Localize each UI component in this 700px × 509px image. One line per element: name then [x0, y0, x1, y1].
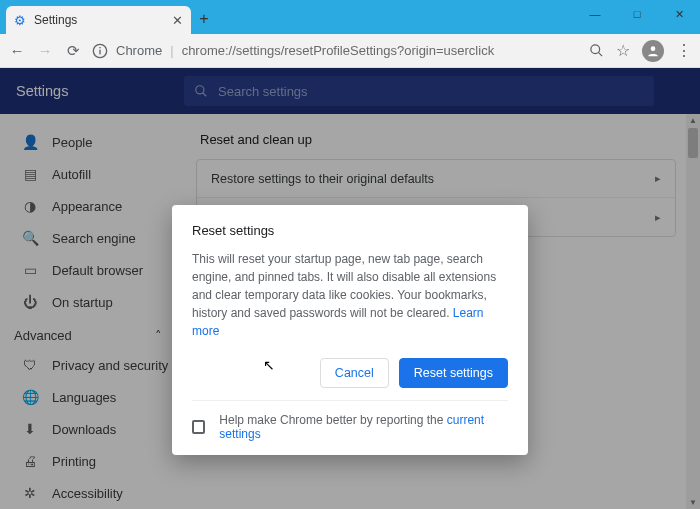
reset-settings-button[interactable]: Reset settings — [399, 358, 508, 388]
tab-close-icon[interactable]: ✕ — [172, 13, 183, 28]
svg-point-5 — [651, 46, 656, 51]
new-tab-button[interactable]: + — [191, 6, 217, 32]
back-button[interactable]: ← — [8, 42, 26, 59]
browser-tab[interactable]: ⚙ Settings ✕ — [6, 6, 191, 34]
address-bar[interactable]: Chrome | chrome://settings/resetProfileS… — [92, 38, 579, 64]
search-omnibox-icon[interactable] — [589, 43, 604, 58]
minimize-button[interactable]: — — [574, 0, 616, 28]
report-checkbox[interactable] — [192, 420, 205, 434]
gear-icon: ⚙ — [14, 13, 26, 28]
profile-avatar[interactable] — [642, 40, 664, 62]
reload-button[interactable]: ⟳ — [64, 42, 82, 60]
dialog-body: This will reset your startup page, new t… — [192, 250, 508, 340]
dialog-footer: Help make Chrome better by reporting the… — [192, 400, 508, 441]
dialog-title: Reset settings — [192, 223, 508, 238]
svg-rect-2 — [99, 47, 100, 48]
bookmark-star-icon[interactable]: ☆ — [616, 41, 630, 60]
svg-line-4 — [598, 52, 602, 56]
menu-icon[interactable]: ⋮ — [676, 41, 692, 60]
separator: | — [170, 43, 173, 58]
footer-text: Help make Chrome better by reporting the… — [219, 413, 508, 441]
forward-button[interactable]: → — [36, 42, 54, 59]
window-controls: — □ ✕ — [574, 0, 700, 28]
toolbar: ← → ⟳ Chrome | chrome://settings/resetPr… — [0, 34, 700, 68]
window-close-button[interactable]: ✕ — [658, 0, 700, 28]
maximize-button[interactable]: □ — [616, 0, 658, 28]
dialog-actions: Cancel Reset settings — [192, 358, 508, 388]
url-text: chrome://settings/resetProfileSettings?o… — [182, 43, 495, 58]
dialog-body-text: This will reset your startup page, new t… — [192, 252, 496, 320]
site-info-icon[interactable] — [92, 43, 108, 59]
cancel-button[interactable]: Cancel — [320, 358, 389, 388]
footer-text-span: Help make Chrome better by reporting the — [219, 413, 446, 427]
svg-rect-1 — [99, 49, 100, 54]
window-titlebar: ⚙ Settings ✕ + — □ ✕ — [0, 0, 700, 34]
reset-settings-dialog: Reset settings This will reset your star… — [172, 205, 528, 455]
svg-point-3 — [591, 45, 600, 54]
secure-label: Chrome — [116, 43, 162, 58]
tab-title: Settings — [34, 13, 77, 27]
